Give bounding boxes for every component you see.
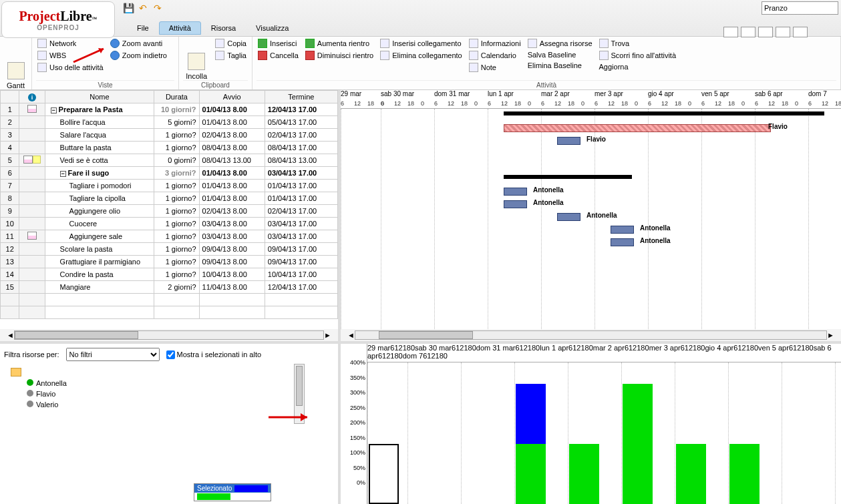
tab-risorsa[interactable]: Risorsa <box>201 21 246 35</box>
info-button[interactable]: Informazioni <box>468 38 522 49</box>
gantt-bar[interactable] <box>504 200 527 208</box>
outdent-button[interactable]: Diminuisci rientro <box>304 50 375 61</box>
save-baseline-button[interactable]: Salva Baseline <box>526 50 594 59</box>
scroll-icon <box>599 51 609 60</box>
table-row[interactable]: 12 Scolare la pasta 1 giorno? 09/04/13 8… <box>1 243 338 256</box>
outdent-icon <box>305 51 315 60</box>
annotation-arrow-2 <box>267 411 314 424</box>
folder-icon <box>11 368 21 376</box>
task-table[interactable]: i Nome Durata Avvio Termine 1 −Preparare… <box>0 90 338 319</box>
wbs-icon <box>37 51 47 60</box>
assign-icon <box>528 39 537 48</box>
calendar-button[interactable]: Calendario <box>468 50 522 61</box>
note-icon <box>469 63 478 72</box>
zoom-out-icon <box>110 51 120 60</box>
undo-icon[interactable]: ↶ <box>138 3 148 13</box>
view-icon-2[interactable] <box>741 27 755 37</box>
table-row[interactable]: 9 Aggiungere olio 1 giorno? 02/04/13 8.0… <box>1 205 338 218</box>
gantt-hscroll[interactable]: ◄► <box>341 329 841 341</box>
table-row[interactable]: 10 Cuocere 1 giorno? 03/04/13 8.0003/04/… <box>1 218 338 230</box>
wbs-button[interactable]: WBS <box>36 50 105 61</box>
resource-item[interactable]: Antonella <box>11 378 327 389</box>
gantt-bar[interactable] <box>611 238 634 246</box>
task-usage-button[interactable]: Uso delle attività <box>36 62 105 73</box>
resource-vscroll[interactable] <box>294 364 305 424</box>
table-hscroll[interactable]: ◄► <box>0 329 338 341</box>
tab-file[interactable]: File <box>127 21 159 35</box>
search-input[interactable] <box>762 1 838 15</box>
show-selected-checkbox[interactable]: Mostra i selezionati in alto <box>166 350 262 359</box>
info-col-icon: i <box>28 93 36 101</box>
gantt-bar[interactable] <box>557 213 580 221</box>
zoom-out-button[interactable]: Zoom indietro <box>109 50 168 61</box>
calendar-icon <box>469 51 478 60</box>
table-row[interactable]: 4 Buttare la pasta 1 giorno? 08/04/13 8.… <box>1 142 338 154</box>
paste-icon <box>188 53 205 70</box>
save-icon[interactable]: 💾 <box>123 3 134 13</box>
assign-button[interactable]: Assegna risorse <box>526 38 594 49</box>
resource-item[interactable]: Flavio <box>11 389 327 399</box>
filter-label: Filtra risorse per: <box>4 350 59 358</box>
minus-icon <box>258 51 267 60</box>
legend: Selezionato <box>194 483 271 501</box>
table-row[interactable]: 14 Condire la pasta 1 giorno? 10/04/13 8… <box>1 268 338 281</box>
cut-icon <box>215 51 224 60</box>
indent-icon <box>305 39 315 48</box>
paste-button[interactable]: Incolla <box>183 38 210 80</box>
resource-item[interactable]: Valerio <box>11 399 327 410</box>
view-icon-4[interactable] <box>776 27 790 37</box>
network-icon <box>37 39 47 48</box>
tab-attivita[interactable]: Attività <box>159 21 201 35</box>
scroll-to-button[interactable]: Scorri fino all'attività <box>598 50 677 61</box>
zoom-in-icon <box>110 39 120 48</box>
unlink-button[interactable]: Elimina collegamento <box>379 50 464 61</box>
table-row[interactable]: 13 Grattugiare il parmigiano 1 giorno? 0… <box>1 256 338 268</box>
insert-button[interactable]: Inserisci <box>257 38 300 49</box>
gantt-button[interactable]: Gantt <box>4 38 27 89</box>
view-icon-5[interactable] <box>793 27 808 37</box>
note-button[interactable]: Note <box>468 62 522 73</box>
table-row[interactable]: 6 −Fare il sugo 3 giorni? 01/04/13 8.000… <box>1 167 338 180</box>
copy-icon <box>215 39 224 48</box>
table-row[interactable]: 7 Tagliare i pomodori 1 giorno? 01/04/13… <box>1 180 338 192</box>
network-button[interactable]: Network <box>36 38 105 49</box>
table-row[interactable]: 2 Bollire l'acqua 5 giorni? 01/04/13 8.0… <box>1 116 338 129</box>
find-button[interactable]: Trova <box>598 38 677 49</box>
gantt-icon <box>7 62 25 79</box>
table-row[interactable]: 5 Vedi se è cotta 0 giorni? 08/04/13 13.… <box>1 154 338 167</box>
info-icon <box>469 39 478 48</box>
copy-button[interactable]: Copia <box>214 38 248 49</box>
gantt-bar[interactable] <box>611 226 634 234</box>
filter-select[interactable]: No filtri <box>66 348 160 361</box>
plus-icon <box>258 39 267 48</box>
view-icon-1[interactable] <box>723 27 738 37</box>
histogram[interactable]: 0%50%100%150%200%250%300%350%400% 29 mar… <box>341 344 841 504</box>
unlink-icon <box>380 51 389 60</box>
table-row[interactable]: 15 Mangiare 2 giorni? 11/04/13 8.0012/04… <box>1 281 338 294</box>
cut-button[interactable]: Taglia <box>214 50 248 61</box>
table-row[interactable]: 3 Salare l'acqua 1 giorno? 02/04/13 8.00… <box>1 129 338 142</box>
link-button[interactable]: Inserisi collegamento <box>379 38 464 49</box>
tab-visualizza[interactable]: Visualizza <box>246 21 299 35</box>
gantt-bar[interactable] <box>504 111 824 115</box>
link-icon <box>380 39 389 48</box>
table-row[interactable]: 11 Aggiungere sale 1 giorno? 03/04/13 8.… <box>1 230 338 243</box>
view-icon-3[interactable] <box>758 27 773 37</box>
delete-button[interactable]: Cancella <box>257 50 300 61</box>
gantt-chart[interactable]: 29 mar612180sab 30 mar612180dom 31 mar61… <box>341 90 841 341</box>
gantt-bar[interactable] <box>557 137 580 145</box>
redo-icon[interactable]: ↷ <box>152 3 163 13</box>
app-logo[interactable]: ProjectLibre™ OPENPROJ <box>1 1 115 38</box>
zoom-in-button[interactable]: Zoom avanti <box>109 38 168 49</box>
gantt-bar[interactable] <box>504 188 527 196</box>
gantt-bar[interactable] <box>504 175 632 179</box>
gantt-bar[interactable] <box>504 124 771 132</box>
usage-icon <box>37 63 47 72</box>
indent-button[interactable]: Aumenta rientro <box>304 38 375 49</box>
table-row[interactable]: 1 −Preparare la Pasta 10 giorni? 01/04/1… <box>1 103 338 116</box>
delete-baseline-button[interactable]: Elimina Baseline <box>526 61 594 70</box>
update-button[interactable]: Aggiorna <box>598 62 677 71</box>
find-icon <box>599 39 609 48</box>
table-row[interactable]: 8 Tagliare la cipolla 1 giorno? 01/04/13… <box>1 192 338 205</box>
